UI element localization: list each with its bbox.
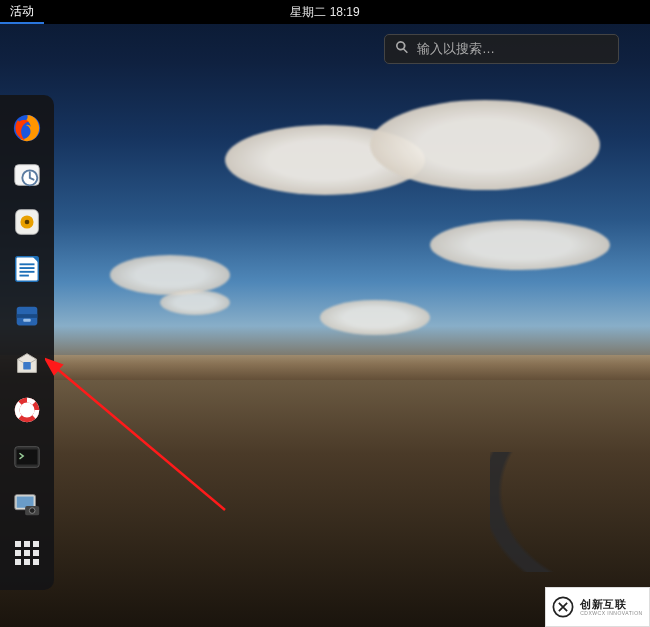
firefox-icon [12, 113, 42, 143]
wallpaper-cloud [160, 290, 230, 315]
search-icon [395, 40, 409, 58]
software-icon [12, 348, 42, 378]
help-icon [12, 395, 42, 425]
wallpaper-horizon [0, 355, 650, 383]
dock-item-apps-grid[interactable] [12, 538, 42, 568]
activities-button[interactable]: 活动 [0, 0, 44, 24]
files-icon [12, 301, 42, 331]
svg-point-21 [29, 508, 35, 514]
svg-rect-9 [20, 271, 35, 273]
wallpaper-cloud [110, 255, 230, 295]
svg-rect-13 [23, 319, 31, 322]
svg-rect-7 [20, 263, 35, 265]
wallpaper-cloud [430, 220, 610, 270]
wallpaper-cloud [320, 300, 430, 335]
terminal-icon [12, 442, 42, 472]
dock-item-screenshot[interactable] [12, 489, 42, 519]
svg-rect-12 [17, 314, 38, 318]
calendar-icon [12, 160, 42, 190]
document-icon [12, 254, 42, 284]
dock-item-libreoffice-writer[interactable] [12, 254, 42, 284]
dock-item-terminal[interactable] [12, 442, 42, 472]
music-icon [12, 207, 42, 237]
dock-item-evolution[interactable] [12, 160, 42, 190]
watermark: 创新互联 CDXWCX INNOVATION [545, 587, 650, 627]
dock-item-firefox[interactable] [12, 113, 42, 143]
svg-point-5 [25, 220, 30, 225]
dock-item-rhythmbox[interactable] [12, 207, 42, 237]
clock[interactable]: 星期二 18:19 [290, 0, 359, 24]
desktop-screen: 活动 星期二 18:19 输入以搜索… [0, 0, 650, 627]
screenshot-icon [12, 489, 42, 519]
top-bar: 活动 星期二 18:19 [0, 0, 650, 24]
watermark-logo-icon [552, 596, 574, 618]
svg-rect-8 [20, 267, 35, 269]
svg-rect-10 [20, 275, 29, 277]
svg-rect-14 [23, 362, 31, 370]
dock-item-software[interactable] [12, 348, 42, 378]
wallpaper-cloud [370, 100, 600, 190]
wallpaper-road [490, 452, 650, 572]
apps-grid-icon [15, 541, 39, 565]
dock [0, 95, 54, 590]
search-input[interactable]: 输入以搜索… [384, 34, 619, 64]
dock-item-help[interactable] [12, 395, 42, 425]
svg-rect-17 [17, 450, 38, 465]
search-placeholder: 输入以搜索… [417, 40, 495, 58]
watermark-text: 创新互联 CDXWCX INNOVATION [580, 599, 642, 616]
dock-item-files[interactable] [12, 301, 42, 331]
